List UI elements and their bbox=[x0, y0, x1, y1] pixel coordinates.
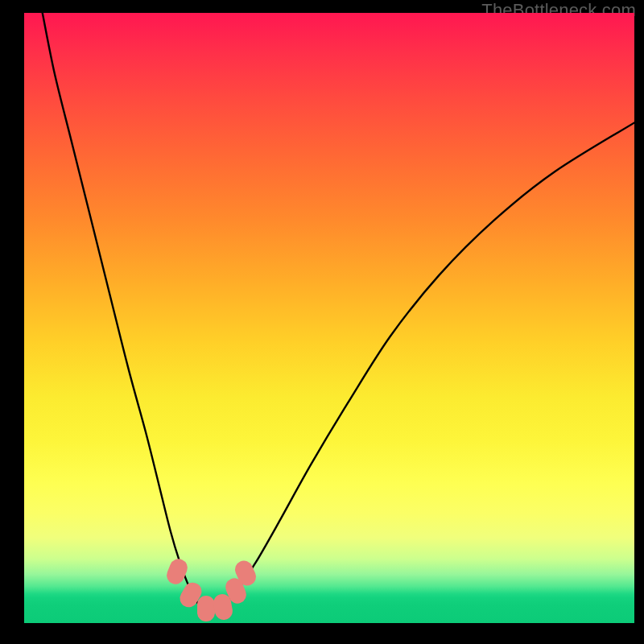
dip-marker bbox=[197, 596, 215, 621]
chart-stage: TheBottleneck.com bbox=[0, 0, 644, 644]
plot-area bbox=[24, 13, 634, 623]
curve-svg bbox=[24, 13, 634, 623]
bottleneck-curve-path bbox=[43, 13, 634, 609]
